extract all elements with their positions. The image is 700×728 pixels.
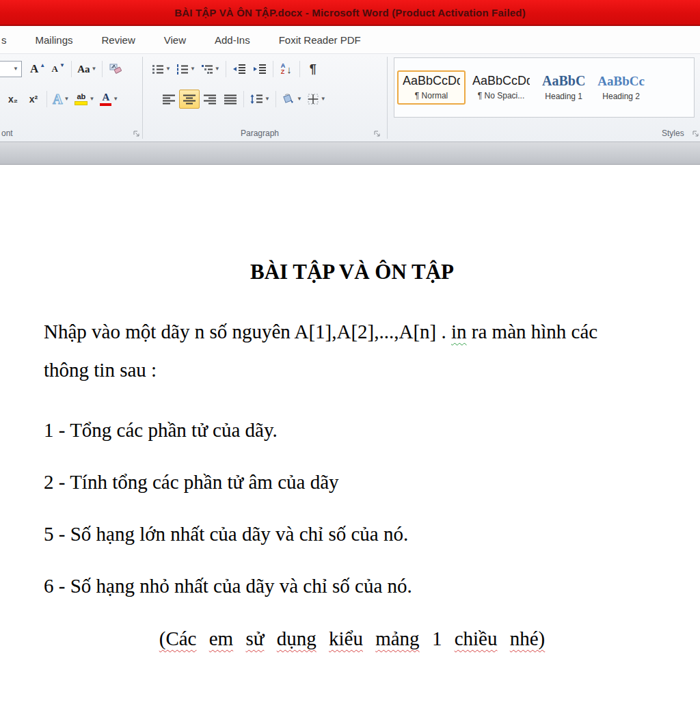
multilevel-list-button[interactable]: ▼ <box>198 59 223 79</box>
title-bar: BÀI TẬP VÀ ÔN TẬP.docx - Microsoft Word … <box>0 0 700 26</box>
paragraph-group-label: Paragraph <box>241 129 279 138</box>
decrease-indent-icon <box>232 64 246 75</box>
sort-button[interactable]: A Z ↓ <box>276 59 297 79</box>
separator <box>243 91 244 107</box>
clear-formatting-button[interactable] <box>105 59 126 79</box>
paragraph-group-row1: ▼ ▼ ▼ <box>149 59 323 79</box>
font-group-label: ont <box>1 129 13 138</box>
align-center-button[interactable] <box>179 90 200 109</box>
font-group-row1: ▼ A▲ A▼ Aa▼ <box>0 59 126 79</box>
superscript-icon: x² <box>29 94 38 105</box>
text-highlight-color-button[interactable]: ab ▼ <box>72 90 97 109</box>
style-name: Heading 2 <box>602 92 640 101</box>
separator <box>102 61 103 77</box>
increase-indent-button[interactable] <box>250 59 270 79</box>
font-group-row2: x₂ x² A▼ ab ▼ A ▼ <box>3 90 121 109</box>
ribbon-tab-bar: s Mailings Review View Add-Ins Foxit Rea… <box>0 26 700 54</box>
text-effects-icon: A <box>53 92 62 106</box>
numbering-button[interactable]: ▼ <box>174 59 198 79</box>
misspelled-word: in <box>451 321 467 342</box>
line-spacing-button[interactable]: ▼ <box>247 90 273 109</box>
intro-paragraph: Nhập vào một dãy n số nguyên A[1],A[2],.… <box>44 312 660 389</box>
shading-button[interactable]: ▼ <box>279 90 305 109</box>
styles-gallery: AaBbCcDd ¶ Normal AaBbCcDd ¶ No Spaci...… <box>394 57 695 118</box>
intro-line-1: Nhập vào một dãy n số nguyên A[1],A[2],.… <box>44 312 660 351</box>
style-name: ¶ No Spaci... <box>478 91 524 100</box>
separator <box>46 91 47 107</box>
list-item: 6 - Số hạng nhỏ nhất của dãy và chỉ số c… <box>44 575 660 597</box>
numbering-icon <box>176 64 189 75</box>
font-dialog-launcher[interactable] <box>133 130 140 137</box>
tab-add-ins[interactable]: Add-Ins <box>215 29 250 51</box>
tab-view[interactable]: View <box>164 29 186 51</box>
tab-references-partial[interactable]: s <box>1 29 7 51</box>
bullets-button[interactable]: ▼ <box>149 59 174 79</box>
show-hide-formatting-button[interactable]: ¶ <box>303 59 323 79</box>
align-right-button[interactable] <box>200 90 220 109</box>
align-center-icon <box>183 94 196 105</box>
styles-group-label: Styles <box>662 129 684 138</box>
group-separator <box>142 57 143 139</box>
style-preview: AaBbCc <box>597 75 645 87</box>
intro-line-2: thông tin sau : <box>44 351 660 389</box>
increase-indent-icon <box>253 64 267 75</box>
borders-icon <box>308 94 319 105</box>
text-effects-button[interactable]: A▼ <box>50 90 72 109</box>
style-heading-1[interactable]: AaBbC Heading 1 <box>537 70 591 105</box>
superscript-button[interactable]: x² <box>23 90 44 109</box>
paragraph-group-row2: ▼ ▼ ▼ <box>159 90 329 109</box>
separator <box>226 61 226 77</box>
subscript-button[interactable]: x₂ <box>3 90 23 109</box>
highlight-icon: ab <box>75 93 88 105</box>
tab-review[interactable]: Review <box>102 29 135 51</box>
shrink-font-button[interactable]: A▼ <box>48 59 68 79</box>
list-item: 5 - Số hạng lớn nhất của dãy và chỉ số c… <box>44 523 660 545</box>
tab-mailings[interactable]: Mailings <box>36 29 73 51</box>
group-separator <box>387 57 388 139</box>
font-color-icon: A <box>100 92 111 106</box>
style-normal[interactable]: AaBbCcDd ¶ Normal <box>397 70 466 105</box>
clear-formatting-icon <box>109 63 122 75</box>
multilevel-list-icon <box>201 64 213 75</box>
ribbon: ▼ A▲ A▼ Aa▼ x₂ x² A▼ <box>0 54 700 141</box>
ribbon-bottom-strip <box>0 141 700 165</box>
style-preview: AaBbCcDd <box>472 75 530 87</box>
closing-note: (Các em sử dụng kiểu mảng 1 chiều nhé) <box>44 627 660 650</box>
separator <box>299 61 300 77</box>
grow-font-button[interactable]: A▲ <box>27 59 48 79</box>
style-preview: AaBbCcDd <box>403 75 460 87</box>
window-title: BÀI TẬP VÀ ÔN TẬP.docx - Microsoft Word … <box>174 7 526 18</box>
borders-button[interactable]: ▼ <box>305 90 329 109</box>
styles-dialog-launcher[interactable] <box>692 130 699 137</box>
font-size-combo[interactable]: ▼ <box>0 61 22 77</box>
paragraph-dialog-launcher[interactable] <box>373 130 381 137</box>
justify-button[interactable] <box>220 90 241 109</box>
separator <box>71 61 72 77</box>
font-color-button[interactable]: A ▼ <box>97 90 121 109</box>
tab-foxit-reader-pdf[interactable]: Foxit Reader PDF <box>279 29 361 51</box>
shading-icon <box>282 94 295 105</box>
grow-font-icon: A <box>30 62 38 76</box>
decrease-indent-button[interactable] <box>229 59 250 79</box>
style-preview: AaBbC <box>542 74 585 87</box>
separator <box>273 61 273 77</box>
chevron-down-icon: ▼ <box>13 66 18 72</box>
arrow-down-icon: ↓ <box>286 64 292 75</box>
align-right-icon <box>204 94 216 105</box>
line-spacing-icon <box>250 94 263 105</box>
justify-icon <box>224 94 237 105</box>
align-left-button[interactable] <box>159 90 179 109</box>
change-case-button[interactable]: Aa▼ <box>75 59 99 79</box>
style-no-spacing[interactable]: AaBbCcDd ¶ No Spaci... <box>467 70 535 105</box>
bullets-icon <box>152 64 164 75</box>
separator <box>275 91 276 107</box>
list-item: 2 - Tính tổng các phần tử âm của dãy <box>44 471 660 493</box>
pilcrow-icon: ¶ <box>310 62 317 77</box>
shrink-font-icon: A <box>52 64 58 75</box>
sort-icon: A Z <box>281 63 286 75</box>
style-heading-2[interactable]: AaBbCc Heading 2 <box>592 70 650 105</box>
document-page[interactable]: BÀI TẬP VÀ ÔN TẬP Nhập vào một dãy n số … <box>0 165 700 705</box>
style-name: Heading 1 <box>545 92 582 101</box>
style-name: ¶ Normal <box>415 91 448 100</box>
align-left-icon <box>163 94 175 105</box>
